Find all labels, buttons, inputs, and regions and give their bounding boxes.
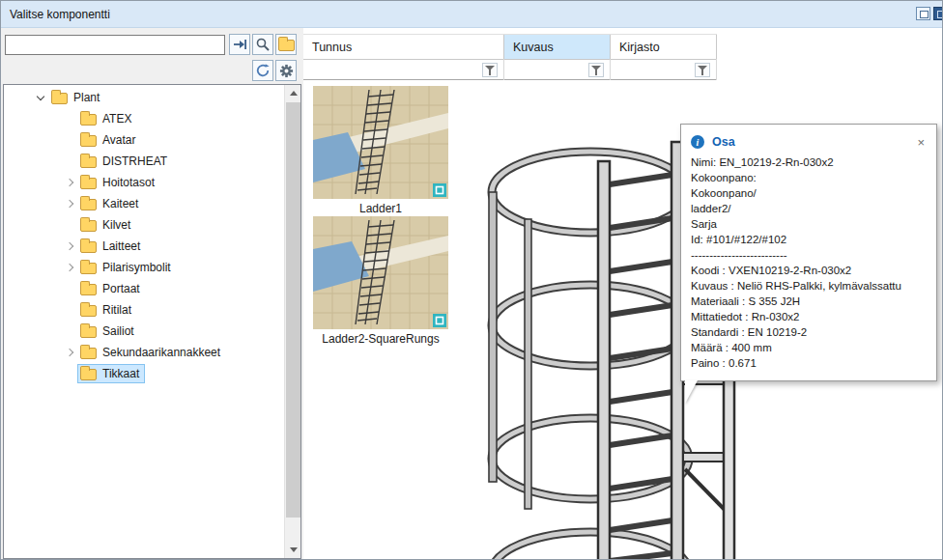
tooltip-title: Osa [712, 135, 735, 149]
browse-folder-button[interactable] [275, 34, 297, 55]
column-header-tunnus[interactable]: Tunnus [303, 35, 504, 60]
tree-item-label: Kaiteet [102, 197, 138, 210]
tree-item-label: Avatar [102, 133, 135, 147]
arrow-down-icon [290, 547, 298, 556]
settings-button[interactable] [275, 60, 297, 81]
tree-item-label: Sekundaarikannakkeet [102, 346, 220, 359]
component-picker-window: Valitse komponentti [0, 0, 943, 560]
tree-item-kilvet[interactable]: Kilvet [4, 214, 284, 236]
folder-icon [80, 263, 97, 274]
folder-icon [80, 241, 97, 253]
expand-chevron-icon[interactable] [66, 200, 73, 208]
collapse-chevron-icon[interactable] [37, 92, 44, 99]
tree-item-label: Pilarisymbolit [102, 261, 171, 274]
ladder2-preview-image [313, 216, 448, 329]
component-thumbnail-ladder1[interactable]: Ladder1 [313, 86, 448, 215]
tree-item-portaat[interactable]: Portaat [4, 278, 284, 299]
folder-icon [80, 326, 97, 338]
tree-item-pilarisymbolit[interactable]: Pilarisymbolit [4, 257, 284, 278]
folder-icon [80, 348, 97, 359]
float-window-button[interactable] [916, 7, 930, 20]
tree-item-sailiot[interactable]: Sailiot [4, 321, 284, 342]
tree-scrollbar[interactable] [284, 85, 300, 558]
tree-item-avatar[interactable]: Avatar [4, 129, 284, 151]
folder-icon [80, 199, 97, 210]
folder-icon [80, 369, 97, 380]
search-go-button[interactable] [229, 34, 250, 55]
tree-item-ritilat[interactable]: Ritilat [4, 299, 284, 321]
tooltip-line: Materiaali : S 355 J2H [691, 294, 927, 309]
folder-icon [51, 93, 68, 104]
tooltip-line: ladder2/ [691, 201, 927, 216]
tooltip-line: Mittatiedot : Rn-030x2 [691, 309, 927, 324]
tooltip-line: -------------------------- [691, 247, 927, 263]
filter-button-kuvaus[interactable] [588, 63, 604, 77]
tooltip-line: Koodi : VXEN10219-2-Rn-030x2 [691, 263, 927, 278]
tree-item-label: Laitteet [102, 239, 140, 253]
info-icon: i [691, 135, 704, 149]
tree-item-label: Portaat [102, 282, 140, 295]
filter-button-kirjasto[interactable] [695, 63, 710, 77]
tree-item-tikkaat[interactable]: Tikkaat [4, 363, 284, 384]
arrow-up-icon [290, 87, 298, 96]
funnel-icon [485, 65, 496, 75]
go-arrow-icon [232, 37, 247, 52]
tree-item-atex[interactable]: ATEX [4, 108, 284, 129]
tree-item-label: Tikkaat [102, 367, 139, 380]
tooltip-line: Sarja [691, 216, 927, 232]
tree-rows: Plant ATEXAvatarDISTRHEATHoitotasotKaite… [4, 87, 284, 384]
filter-button-tunnus[interactable] [482, 63, 498, 77]
tooltip-line: Standardi : EN 10219-2 [691, 324, 927, 340]
tooltip-line: Kokoonpano: [691, 170, 927, 185]
tooltip-line: Paino : 0.671 [691, 355, 927, 371]
tree-item-plant[interactable]: Plant [4, 87, 284, 108]
tooltip-line: Nimi: EN_10219-2-Rn-030x2 [691, 154, 927, 170]
folder-icon [80, 156, 97, 168]
search-button[interactable] [252, 34, 273, 55]
tooltip-line: Kokoonpano/ [691, 185, 927, 201]
folder-icon [80, 305, 97, 317]
tree-item-sekundaarikannakkeet[interactable]: Sekundaarikannakkeet [4, 342, 284, 363]
window-controls [916, 7, 942, 20]
dock-window-button[interactable] [933, 7, 943, 20]
component-tree: Plant ATEXAvatarDISTRHEATHoitotasotKaite… [3, 84, 301, 559]
tooltip-header: i Osa × [691, 132, 927, 152]
magnifier-icon [255, 37, 271, 52]
tooltip-line: Määrä : 400 mm [691, 340, 927, 355]
tree-item-kaiteet[interactable]: Kaiteet [4, 193, 284, 214]
refresh-icon [255, 63, 271, 78]
folder-icon [80, 220, 97, 232]
folder-icon [278, 40, 295, 51]
refresh-button[interactable] [252, 60, 273, 81]
left-panel: Plant ATEXAvatarDISTRHEATHoitotasotKaite… [1, 28, 303, 560]
tree-item-label: Kilvet [102, 218, 130, 232]
expand-chevron-icon[interactable] [66, 349, 73, 356]
column-header-kuvaus[interactable]: Kuvaus [504, 35, 611, 60]
expand-chevron-icon[interactable] [66, 242, 73, 250]
funnel-icon [698, 65, 708, 75]
gear-icon [279, 64, 294, 78]
tooltip-body: Nimi: EN_10219-2-Rn-030x2Kokoonpano:Koko… [691, 154, 927, 371]
tree-item-label: DISTRHEAT [102, 154, 167, 168]
titlebar[interactable]: Valitse komponentti [1, 1, 942, 28]
scrollbar-thumb[interactable] [286, 102, 300, 518]
scroll-up-button[interactable] [285, 85, 301, 101]
tree-item-distrheat[interactable]: DISTRHEAT [4, 151, 284, 172]
ladder1-preview-image [313, 86, 448, 199]
expand-chevron-icon[interactable] [66, 179, 73, 186]
column-header-kirjasto[interactable]: Kirjasto [611, 35, 717, 60]
tooltip-pointer [685, 380, 698, 404]
thumbnail-label: Ladder2-SquareRungs [313, 329, 448, 346]
search-input[interactable] [5, 35, 225, 55]
tooltip-line: Id: #101/#122/#102 [691, 232, 927, 247]
scroll-down-button[interactable] [285, 542, 301, 558]
close-icon[interactable]: × [915, 136, 927, 149]
tree-item-label: Sailiot [102, 324, 134, 338]
tree-item-laitteet[interactable]: Laitteet [4, 236, 284, 257]
column-filters [303, 59, 717, 80]
folder-icon [80, 114, 97, 126]
tree-item-hoitotasot[interactable]: Hoitotasot [4, 172, 284, 193]
folder-icon [80, 284, 97, 295]
expand-chevron-icon[interactable] [66, 264, 73, 271]
component-thumbnail-ladder2[interactable]: Ladder2-SquareRungs [313, 216, 448, 346]
